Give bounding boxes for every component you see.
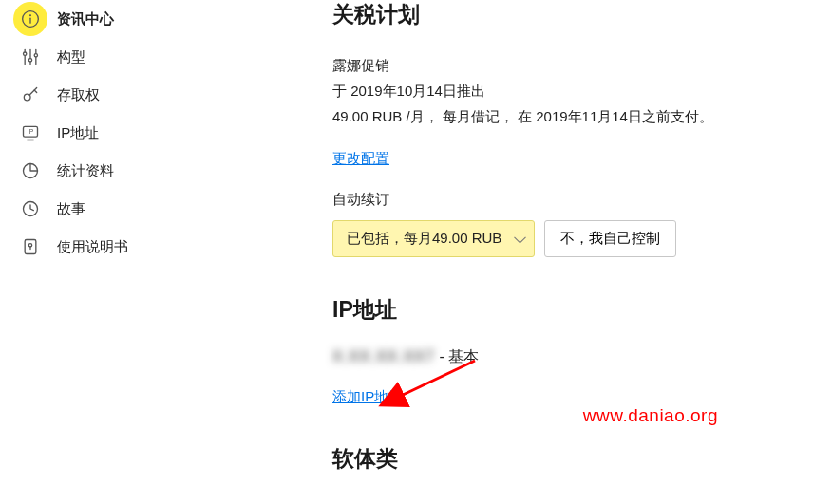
change-config-link[interactable]: 更改配置 [332,150,389,166]
sidebar-item-4[interactable]: 统计资料 [13,152,199,190]
sidebar-item-label: 使用说明书 [57,238,128,256]
watermark: www.daniao.org [583,405,718,426]
promo-price: 49.00 RUB /月， 每月借记， 在 2019年11月14日之前支付。 [332,103,813,129]
dropdown-value: 已包括，每月49.00 RUB [347,230,501,246]
sidebar-item-2[interactable]: 存取权 [13,76,199,114]
sidebar-item-1[interactable]: 构型 [13,38,199,76]
svg-point-8 [34,54,37,57]
sidebar-item-label: 故事 [57,200,85,218]
sidebar-item-5[interactable]: 故事 [13,190,199,228]
manual-icon [21,237,40,256]
sliders-icon [21,47,40,66]
ip-section-title: IP地址 [332,295,813,325]
svg-point-2 [30,15,31,16]
stats-icon [21,161,40,180]
info-icon [21,9,40,28]
auto-renew-label: 自动续订 [332,191,813,209]
svg-point-6 [24,52,27,55]
ip-icon: IP [21,123,40,142]
sidebar-item-label: 资讯中心 [57,10,114,28]
svg-text:IP: IP [28,128,34,135]
sidebar-item-3[interactable]: IPIP地址 [13,114,199,152]
key-icon [21,85,40,104]
promo-launch-date: 于 2019年10月14日推出 [332,78,813,103]
sidebar-item-6[interactable]: 使用说明书 [13,228,199,266]
svg-point-7 [28,59,31,62]
self-control-button[interactable]: 不，我自己控制 [544,220,676,257]
promo-details: 露娜促销 于 2019年10月14日推出 49.00 RUB /月， 每月借记，… [332,52,813,129]
sidebar-item-label: 统计资料 [57,162,114,180]
main-content: 关税计划 露娜促销 于 2019年10月14日推出 49.00 RUB /月， … [199,0,832,496]
add-ip-link[interactable]: 添加IP地址 [332,388,403,404]
sidebar-item-label: IP地址 [57,124,99,142]
sidebar: 资讯中心构型存取权IPIP地址统计资料故事使用说明书 [0,0,199,496]
sidebar-item-0[interactable]: 资讯中心 [13,0,199,38]
sidebar-item-label: 存取权 [57,86,100,104]
ip-entry: X.XX.XX.XX7 - 基本 [332,347,813,367]
clock-icon [21,199,40,218]
software-section-title: 软体类 [332,444,813,474]
sidebar-item-label: 构型 [57,48,85,66]
tariff-plan-title: 关税计划 [332,0,813,29]
ip-plan-suffix: - 基本 [439,348,479,364]
svg-line-11 [34,90,36,93]
promo-name: 露娜促销 [332,52,813,78]
auto-renew-dropdown[interactable]: 已包括，每月49.00 RUB [332,220,535,257]
ip-address-masked: X.XX.XX.XX7 [332,348,435,364]
